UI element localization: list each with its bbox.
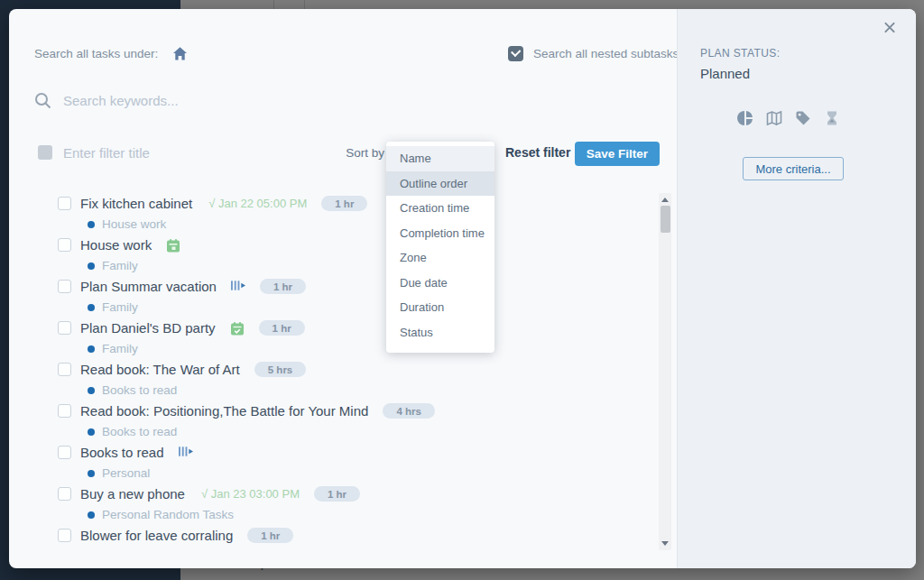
task-checkbox[interactable] (58, 197, 71, 210)
task-project-row: Books to read (58, 421, 653, 442)
task-title[interactable]: Plan Daniel's BD party (80, 320, 216, 336)
sort-option[interactable]: Due date (386, 271, 494, 296)
project-dot-icon (88, 221, 95, 228)
more-criteria-button[interactable]: More criteria... (743, 157, 844, 180)
task-checkbox[interactable] (58, 280, 71, 293)
task-title[interactable]: Blower for leave corraling (80, 528, 233, 543)
search-row: Search keywords... (34, 92, 179, 109)
task-checkbox[interactable] (58, 446, 71, 459)
task-project-row: Personal Random Tasks (58, 504, 653, 525)
task-title[interactable]: Read book: The War of Art (80, 362, 240, 377)
task-project-row: Personal (58, 463, 653, 483)
task-list-scrollbar[interactable] (659, 193, 671, 550)
project-label[interactable]: Books to read (102, 425, 177, 438)
home-icon[interactable] (172, 46, 188, 61)
task-row: Plan Daniel's BD party 1 hr (58, 318, 653, 338)
filter-row: Enter filter title Sort by Reset filter … (9, 142, 677, 167)
nested-subtasks-row: Search all nested subtasks (508, 46, 679, 61)
task-row: Blower for leave corraling 1 hr (58, 525, 653, 546)
map-icon[interactable] (766, 110, 782, 126)
task-duration-badge: 1 hr (321, 196, 367, 211)
task-block: Plan Summar vacation 1 hr Family (58, 276, 653, 318)
task-row: Read book: Positioning,The Battle for Yo… (58, 400, 653, 421)
project-dot-icon (88, 511, 95, 519)
close-icon[interactable] (882, 21, 896, 34)
task-title[interactable]: Read book: Positioning,The Battle for Yo… (80, 403, 368, 419)
pie-chart-icon[interactable] (737, 110, 753, 126)
task-duration-badge: 5 hrs (254, 362, 307, 377)
save-filter-button[interactable]: Save Filter (575, 142, 660, 166)
scroll-thumb[interactable] (661, 206, 670, 233)
plan-status-value[interactable]: Planned (700, 66, 750, 81)
search-input[interactable]: Search keywords... (63, 93, 179, 108)
project-label[interactable]: Family (102, 300, 138, 314)
sort-option[interactable]: Zone (386, 245, 494, 271)
sort-option[interactable]: Duration (386, 295, 494, 320)
task-duration-badge: 1 hr (247, 528, 293, 543)
calendar-green-icon (166, 238, 180, 253)
scroll-up-icon[interactable] (661, 198, 669, 202)
task-checkbox[interactable] (58, 404, 71, 418)
sort-option[interactable]: Completion time (386, 221, 494, 246)
task-checkbox[interactable] (58, 487, 71, 501)
task-row: Plan Summar vacation 1 hr (58, 276, 653, 297)
task-duration-badge: 1 hr (314, 486, 360, 502)
task-title[interactable]: House work (80, 237, 152, 253)
task-done-date: √ Jan 22 05:00 PM (208, 197, 307, 210)
task-block: Buy a new phone √ Jan 23 03:00 PM 1 hr P… (58, 483, 653, 525)
scroll-down-icon[interactable] (661, 541, 669, 546)
filter-title-input[interactable]: Enter filter title (63, 145, 150, 161)
criteria-icons-row (737, 110, 840, 126)
task-title[interactable]: Buy a new phone (80, 486, 185, 502)
project-label[interactable]: Personal (102, 466, 150, 480)
search-icon (34, 92, 51, 109)
task-block: Fix kitchen cabinet √ Jan 22 05:00 PM 1 … (58, 193, 653, 235)
project-dot-icon (88, 470, 95, 477)
tag-icon[interactable] (795, 110, 811, 126)
nested-subtasks-checkbox[interactable] (508, 46, 523, 61)
task-done-date: √ Jan 23 03:00 PM (201, 487, 300, 501)
task-block: Plan Daniel's BD party 1 hr Family (58, 318, 653, 359)
sort-option[interactable]: Outline order (386, 171, 494, 197)
search-filter-dialog: Search all tasks under: Search all neste… (9, 9, 916, 568)
project-label[interactable]: Books to read (102, 383, 177, 397)
project-dot-icon (88, 387, 95, 394)
task-title[interactable]: Books to read (80, 445, 164, 460)
task-duration-badge: 1 hr (260, 279, 306, 294)
task-row: House work (58, 235, 653, 255)
task-duration-badge: 4 hrs (383, 403, 435, 419)
filter-title-checkbox[interactable] (38, 145, 52, 160)
task-duration-badge: 1 hr (259, 320, 305, 336)
project-label[interactable]: Family (102, 259, 138, 272)
task-row: Read book: The War of Art 5 hrs (58, 359, 653, 380)
backdrop-separator (304, 0, 305, 9)
search-under-row: Search all tasks under: (34, 46, 188, 61)
sort-option[interactable]: Name (386, 146, 494, 171)
sort-dropdown: Name Outline order Creation time Complet… (386, 142, 494, 353)
project-label[interactable]: Family (102, 342, 138, 355)
project-dot-icon (88, 345, 95, 353)
project-label[interactable]: House work (102, 217, 166, 231)
task-project-row: Books to read (58, 380, 653, 400)
project-label[interactable]: Personal Random Tasks (102, 508, 234, 521)
task-checkbox[interactable] (58, 529, 71, 542)
task-checkbox[interactable] (58, 238, 71, 252)
outline-order-icon (179, 446, 193, 460)
task-project-row: Family (58, 338, 653, 359)
hourglass-icon[interactable] (824, 110, 840, 126)
plan-status-panel: PLAN STATUS: Planned More criteria... (677, 9, 916, 568)
task-block: Read book: Positioning,The Battle for Yo… (58, 400, 653, 442)
sort-option[interactable]: Status (386, 320, 494, 345)
task-list: Fix kitchen cabinet √ Jan 22 05:00 PM 1 … (58, 193, 653, 548)
sort-by-label: Sort by (316, 146, 384, 160)
reset-filter-button[interactable]: Reset filter (505, 145, 570, 160)
task-checkbox[interactable] (58, 321, 71, 335)
task-checkbox[interactable] (58, 363, 71, 376)
task-row: Fix kitchen cabinet √ Jan 22 05:00 PM 1 … (58, 193, 653, 214)
project-dot-icon (88, 262, 95, 270)
task-title[interactable]: Plan Summar vacation (80, 279, 217, 294)
backdrop-separator (273, 0, 274, 9)
sort-option[interactable]: Creation time (386, 196, 494, 221)
task-block: Read book: The War of Art 5 hrs Books to… (58, 359, 653, 400)
task-title[interactable]: Fix kitchen cabinet (80, 196, 192, 211)
